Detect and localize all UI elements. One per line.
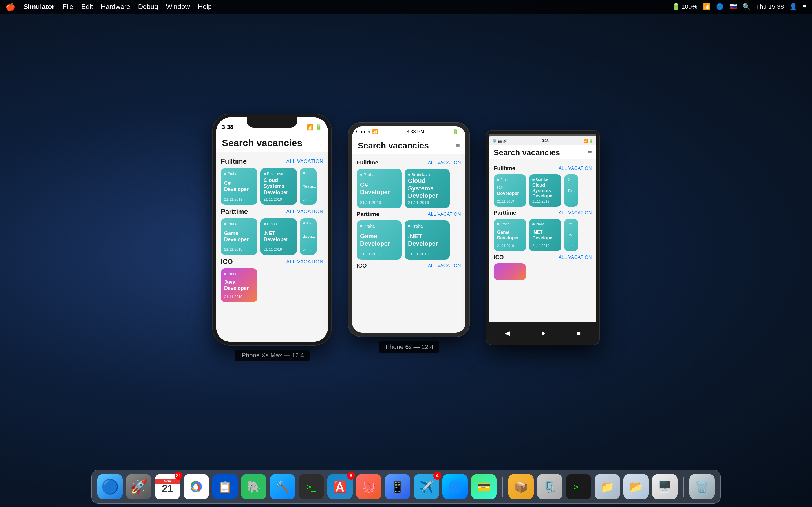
telegram-badge: 4 [434, 472, 441, 480]
card-date: 21.11.2019 [360, 200, 398, 205]
menubar-simulator[interactable]: Simulator [23, 3, 55, 11]
android-status-icons: ⚙️ 📷 🔊 [493, 139, 507, 143]
card-date: 21.11.2019 [224, 247, 254, 251]
location-dot [224, 223, 226, 225]
android-parttime-cards: Praha Game Developer 21.11.2019 Praha [494, 219, 592, 251]
dock-finder2[interactable]: 🖥️ [652, 474, 677, 499]
android-card-csharp[interactable]: Praha C# Developer 21.11.2019 [494, 174, 526, 207]
card-location: Praha [224, 222, 254, 226]
menubar-debug[interactable]: Debug [138, 3, 158, 11]
dock-files2[interactable]: 📂 [623, 474, 649, 499]
android-parttime-link[interactable]: ALL VACATION [559, 210, 592, 216]
iphone-6s-app-title: Search vacancies [358, 141, 429, 151]
iphone-6s-fulltime-link[interactable]: ALL VACATION [428, 160, 461, 165]
dock-app2[interactable]: 🐙 [356, 474, 382, 499]
location-text: Praha [500, 178, 509, 182]
iphone-6s-parttime-header: Parttime ALL VACATION [357, 211, 461, 217]
dock-xcode[interactable]: 🔨 [270, 474, 295, 499]
menubar-time: Thu 15:38 [756, 3, 784, 10]
iphone-xs-card-cloud[interactable]: Bratislava Cloud Systems Developer 21.11… [260, 168, 297, 205]
dock-archive[interactable]: 📦 [508, 474, 534, 499]
android-card-java-p[interactable]: Pra Ja... 21.1... [564, 219, 578, 251]
location-dot [303, 172, 305, 174]
card-location: Pra [303, 222, 313, 225]
iphone-xs-max-screen[interactable]: 3:38 📶 🔋 Search vacancies ≡ Fulltime ALL [216, 117, 328, 342]
card-date: 21.11.2019 [408, 251, 446, 256]
iphone-6s-screen[interactable]: Carrier 📶 3:38 PM 🔋+ Search vacancies ≡ … [352, 126, 465, 333]
android-back-button[interactable]: ◀ [505, 329, 510, 337]
dock-simulator[interactable]: 📱 [385, 474, 410, 499]
iphone-xs-card-csharp[interactable]: Praha C# Developer 21.11.2019 [221, 168, 257, 205]
iphone-xs-max-notch [247, 117, 297, 128]
dock-money[interactable]: 💳 [471, 474, 497, 499]
menubar-hardware[interactable]: Hardware [101, 3, 130, 11]
iphone-xs-time: 3:38 [222, 124, 233, 130]
card-date: 21.11.2019 [264, 197, 294, 202]
iphone-xs-battery: 📶 🔋 [306, 124, 322, 131]
dock-evernote[interactable]: 🐘 [241, 474, 266, 499]
dock-trello[interactable]: 📋 [212, 474, 238, 499]
location-text: Bratislava [267, 172, 283, 176]
android-card-cloud[interactable]: Bratislava Cloud Systems Developer 21.11… [529, 174, 561, 207]
apple-menu[interactable]: 🍎 [6, 2, 15, 11]
android-card-net[interactable]: Praha .NET Developer 21.11.2019 [529, 219, 561, 251]
iphone-xs-fulltime-link[interactable]: ALL VACATION [286, 159, 323, 165]
dock-mercury[interactable]: 🌀 [442, 474, 468, 499]
iphone-6s-parttime-cards: Praha Game Developer 21.11.2019 Praha [357, 220, 461, 260]
iphone-xs-parttime-cards: Praha Game Developer 21.11.2019 Praha [221, 218, 323, 255]
android-card-game[interactable]: Praha Game Developer 21.11.2019 [494, 219, 526, 251]
android-fulltime-title: Fulltime [494, 165, 515, 172]
iphone-6s-ico-link[interactable]: ALL VACATION [428, 263, 461, 269]
card-location: Bratislava [532, 178, 558, 182]
menubar-search[interactable]: 🔍 [743, 3, 750, 10]
dock-terminal2[interactable]: >_ [566, 474, 591, 499]
iphone-xs-card-testo[interactable]: Br Teste... 21.1... [300, 168, 317, 205]
android-home-button[interactable]: ● [541, 329, 546, 337]
android-ico-title: ICO [494, 254, 504, 261]
iphone-6s-device: Carrier 📶 3:38 PM 🔋+ Search vacancies ≡ … [348, 122, 469, 353]
iphone-6s-fulltime-cards: Praha C# Developer 21.11.2019 Bratislava [357, 169, 461, 208]
dock-terminal[interactable]: >_ [299, 474, 324, 499]
dock-calendar[interactable]: NOV 21 21 [155, 474, 180, 499]
dock-finder[interactable]: 🔵 [97, 474, 123, 499]
iphone-6s-card-net[interactable]: Praha .NET Developer 21.11.2019 [405, 220, 450, 260]
android-recent-button[interactable]: ■ [576, 329, 581, 337]
dock-launchpad[interactable]: 🚀 [126, 474, 151, 499]
location-dot [303, 222, 305, 224]
iphone-6s-filter-icon[interactable]: ≡ [456, 142, 460, 150]
dock-appstore[interactable]: 🅰️ 8 [327, 474, 353, 499]
android-screen[interactable]: ⚙️ 📷 🔊 3:38 📶 🔋 Search vacancies ≡ Fullt… [489, 136, 596, 322]
iphone-xs-card-game[interactable]: Praha Game Developer 21.11.2019 [221, 218, 257, 255]
iphone-xs-parttime-header: Parttime ALL VACATION [221, 208, 323, 216]
android-ico-link[interactable]: ALL VACATION [559, 255, 592, 260]
iphone-xs-ico-link[interactable]: ALL VACATION [286, 259, 323, 265]
location-dot [224, 273, 226, 275]
dock-trash[interactable]: 🗑️ [689, 474, 715, 499]
menubar-user[interactable]: 👤 [790, 3, 797, 10]
iphone-xs-parttime-link[interactable]: ALL VACATION [286, 209, 323, 215]
menubar-help[interactable]: Help [198, 3, 212, 11]
android-filter-icon[interactable]: ≡ [588, 149, 592, 157]
iphone-6s-card-cloud[interactable]: Bratislava Cloud Systems Developer 21.11… [405, 169, 450, 208]
android-ico-card[interactable] [494, 263, 526, 280]
card-location: Bratislava [264, 172, 294, 176]
android-card-br[interactable]: Br Te... 21.1... [564, 174, 578, 207]
menubar-file[interactable]: File [63, 3, 73, 11]
menubar-window[interactable]: Window [166, 3, 190, 11]
dock-telegram[interactable]: ✈️ 4 [414, 474, 439, 499]
menubar-controls[interactable]: ≡ [803, 3, 806, 10]
android-fulltime-link[interactable]: ALL VACATION [559, 166, 592, 171]
menubar-edit[interactable]: Edit [81, 3, 93, 11]
dock-zip[interactable]: 🗜️ [537, 474, 562, 499]
dock-chrome[interactable] [184, 474, 209, 499]
android-statusbar: ⚙️ 📷 🔊 3:38 📶 🔋 [489, 136, 596, 145]
dock-files[interactable]: 📁 [595, 474, 620, 499]
iphone-xs-card-java-dev[interactable]: Praha Java Developer 21.11.2019 [221, 269, 257, 302]
iphone-xs-card-java-p[interactable]: Pra Java... 21.1... [300, 218, 317, 255]
location-dot [264, 173, 266, 175]
iphone-6s-parttime-link[interactable]: ALL VACATION [428, 212, 461, 217]
iphone-xs-filter-icon[interactable]: ≡ [318, 139, 322, 147]
iphone-6s-card-csharp[interactable]: Praha C# Developer 21.11.2019 [357, 169, 402, 208]
iphone-6s-card-game[interactable]: Praha Game Developer 21.11.2019 [357, 220, 402, 260]
iphone-xs-card-net[interactable]: Praha .NET Developer 21.11.2019 [260, 218, 297, 255]
